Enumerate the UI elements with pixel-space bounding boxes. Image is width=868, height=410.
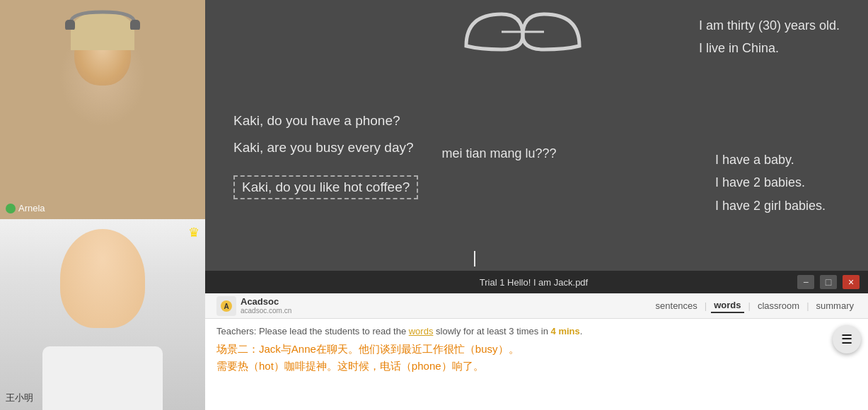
pdf-close-button[interactable]: × <box>843 275 860 289</box>
svg-rect-0 <box>65 20 75 30</box>
top-right-text: I am thirty (30) years old. I live in Ch… <box>699 14 840 60</box>
logo-url: acadsoc.com.cn <box>241 307 291 315</box>
location-line: I live in China. <box>699 37 840 59</box>
questions-area: Kaki, do you have a phone? Kaki, are you… <box>233 113 557 208</box>
svg-text:A: A <box>224 303 228 310</box>
video-section: Arnela ♛ 王小明 <box>0 0 205 410</box>
headphones-icon <box>64 8 141 30</box>
teacher-note: Teachers: Please lead the students to re… <box>216 326 857 336</box>
pdf-controls[interactable]: − □ × <box>797 275 860 289</box>
video-label-bottom: 王小明 <box>6 392 33 404</box>
person-silhouette-bottom <box>0 219 205 410</box>
age-line: I am thirty (30) years old. <box>699 14 840 37</box>
pdf-title: Trial 1 Hello! I am Jack.pdf <box>270 277 797 288</box>
nav-words[interactable]: words <box>711 298 743 313</box>
acadsoc-logo: A Acadsoc acadsoc.com.cn <box>216 296 291 316</box>
nav-sep-1: | <box>705 300 707 311</box>
babies-line-1: I have a baby. <box>715 148 826 171</box>
babies-text: I have a baby. I have 2 babies. I have 2… <box>715 148 826 217</box>
question-row-3: Kaki, do you like hot coffee? <box>233 175 557 199</box>
main-content-area: I am thirty (30) years old. I live in Ch… <box>205 0 868 410</box>
logo-text: Acadsoc acadsoc.com.cn <box>241 297 291 315</box>
nav-sentences[interactable]: sentences <box>653 299 700 312</box>
question-1: Kaki, do you have a phone? <box>233 113 557 129</box>
glasses-svg-icon <box>452 7 594 59</box>
crown-icon: ♛ <box>188 225 199 240</box>
student-label: 王小明 <box>6 392 33 403</box>
content-display: I am thirty (30) years old. I live in Ch… <box>205 0 868 290</box>
floating-icon: ☰ <box>841 332 852 347</box>
floating-action-button[interactable]: ☰ <box>833 325 861 353</box>
logo-name: Acadsoc <box>241 297 291 307</box>
acadsoc-icon: A <box>219 299 233 313</box>
bottom-content: Teachers: Please lead the students to re… <box>205 319 868 410</box>
babies-line-3: I have 2 girl babies. <box>715 194 826 217</box>
pdf-toolbar: Trial 1 Hello! I am Jack.pdf − □ × <box>205 271 868 293</box>
nav-sep-2: | <box>748 300 751 311</box>
time-highlight: 4 mins <box>551 326 580 336</box>
bottom-panel: A Acadsoc acadsoc.com.cn sentences | wor… <box>205 293 868 410</box>
person-silhouette-top <box>0 0 205 219</box>
video-top-arnela: Arnela <box>0 0 205 219</box>
question-row-2: Kaki, are you busy every day? mei tian m… <box>233 140 557 167</box>
babies-line-2: I have 2 babies. <box>715 171 826 194</box>
video-bottom-student: ♛ 王小明 <box>0 219 205 410</box>
pdf-minimize-button[interactable]: − <box>797 275 814 289</box>
nav-summary[interactable]: summary <box>814 299 857 312</box>
question-3-boxed: Kaki, do you like hot coffee? <box>233 175 418 199</box>
video-label-top: Arnela <box>6 203 45 213</box>
chinese-annotation: mei tian mang lu??? <box>442 146 557 161</box>
chinese-line-2: 需要热（hot）咖啡提神。这时候，电话（phone）响了。 <box>216 358 857 375</box>
pdf-maximize-button[interactable]: □ <box>820 275 837 289</box>
question-2: Kaki, are you busy every day? <box>233 140 414 156</box>
logo-icon: A <box>216 296 236 316</box>
underlined-word: words <box>409 326 434 336</box>
chinese-line-1: 场景二：Jack与Anne在聊天。他们谈到最近工作很忙（busy）。 <box>216 341 857 358</box>
mic-active-icon <box>6 204 16 213</box>
arnela-label: Arnela <box>18 203 45 213</box>
text-cursor <box>474 251 475 266</box>
svg-rect-1 <box>130 20 140 30</box>
bottom-nav: A Acadsoc acadsoc.com.cn sentences | wor… <box>205 293 868 319</box>
nav-classroom[interactable]: classroom <box>755 299 802 312</box>
nav-sep-3: | <box>806 300 809 311</box>
nav-links: sentences | words | classroom | summary <box>653 298 857 313</box>
